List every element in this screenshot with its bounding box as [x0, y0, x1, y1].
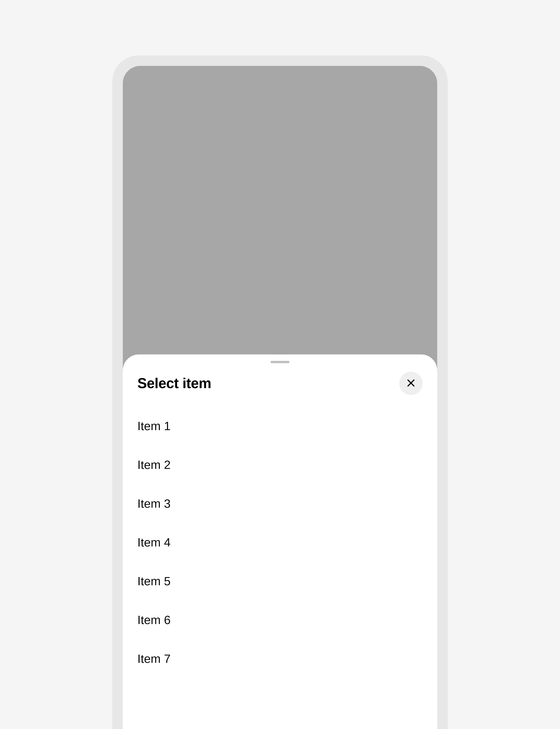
bottom-sheet: Select item Item 1 Item 2 Item 3 [123, 355, 437, 729]
sheet-title: Select item [137, 375, 211, 391]
list-item[interactable]: Item 6 [137, 600, 423, 639]
list-item[interactable]: Item 7 [137, 639, 423, 678]
list-item[interactable]: Item 4 [137, 523, 423, 562]
list-item[interactable]: Item 2 [137, 445, 423, 484]
list-item[interactable]: Item 1 [137, 406, 423, 445]
canvas: Select item Item 1 Item 2 Item 3 [0, 0, 560, 729]
list-item[interactable]: Item 3 [137, 484, 423, 523]
close-button[interactable] [399, 371, 423, 395]
close-icon [406, 378, 416, 388]
list-item[interactable]: Item 5 [137, 562, 423, 600]
phone-frame: Select item Item 1 Item 2 Item 3 [112, 55, 448, 729]
sheet-header: Select item [137, 371, 423, 395]
drag-handle[interactable] [271, 361, 289, 363]
item-list: Item 1 Item 2 Item 3 Item 4 Item 5 Item … [137, 406, 423, 678]
phone-screen: Select item Item 1 Item 2 Item 3 [123, 66, 437, 729]
